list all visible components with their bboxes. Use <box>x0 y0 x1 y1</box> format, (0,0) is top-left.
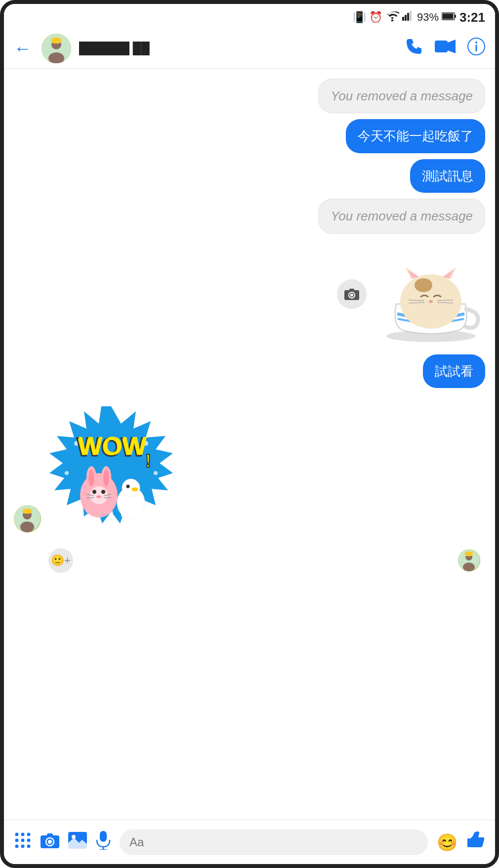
message-bubble-6: 試試看 <box>423 354 485 388</box>
reaction-row: 🙂+ <box>14 548 485 578</box>
svg-rect-3 <box>407 13 409 21</box>
svg-line-28 <box>409 300 424 301</box>
message-bubble-3: 測試訊息 <box>410 159 485 193</box>
message-row-6: 試試看 <box>14 354 485 388</box>
svg-line-29 <box>409 303 424 303</box>
bottom-bar: 😊 <box>4 820 495 864</box>
svg-text:WOW: WOW <box>79 432 148 460</box>
status-icons: 📳 ⏰ 93% <box>353 10 457 24</box>
message-row-1: You removed a message <box>14 79 485 113</box>
svg-point-76 <box>15 832 19 836</box>
svg-point-61 <box>85 506 97 514</box>
cat-sticker <box>376 245 485 344</box>
svg-rect-11 <box>51 38 61 43</box>
message-row-2: 今天不能一起吃飯了 <box>14 119 485 153</box>
message-row-7: WOW WOW ! <box>14 394 485 542</box>
phone-call-button[interactable] <box>405 38 423 59</box>
removed-message-1: You removed a message <box>318 79 485 113</box>
back-button[interactable]: ← <box>14 38 32 59</box>
vibrate-icon: 📳 <box>353 11 366 24</box>
message-row-4: You removed a message <box>14 199 485 233</box>
svg-line-30 <box>437 300 453 301</box>
svg-rect-7 <box>455 15 456 18</box>
like-button[interactable] <box>466 830 485 854</box>
svg-point-78 <box>27 832 31 836</box>
svg-point-73 <box>15 838 19 842</box>
svg-rect-92 <box>467 838 470 847</box>
svg-point-19 <box>350 294 353 297</box>
svg-rect-1 <box>402 17 404 21</box>
info-button[interactable] <box>467 38 485 59</box>
svg-point-56 <box>96 495 101 498</box>
svg-rect-2 <box>405 15 407 21</box>
svg-point-27 <box>429 300 433 303</box>
sender-avatar-small <box>458 549 480 571</box>
svg-point-81 <box>27 844 31 848</box>
svg-point-66 <box>131 487 138 491</box>
chat-area: You removed a message 今天不能一起吃飯了 測試訊息 You… <box>4 69 495 820</box>
svg-point-0 <box>391 20 393 22</box>
nav-actions <box>405 38 485 59</box>
svg-point-87 <box>72 835 76 839</box>
svg-rect-15 <box>476 44 477 51</box>
svg-point-84 <box>48 840 52 844</box>
svg-line-31 <box>437 303 453 303</box>
svg-point-80 <box>21 844 25 848</box>
alarm-icon: ⏰ <box>369 11 382 24</box>
svg-point-77 <box>21 832 25 836</box>
status-bar: 📳 ⏰ 93% 3:21 <box>4 4 495 29</box>
svg-point-16 <box>475 42 477 43</box>
svg-point-74 <box>21 838 25 842</box>
menu-dots-button[interactable] <box>14 831 32 853</box>
svg-point-62 <box>100 506 112 514</box>
svg-rect-6 <box>442 14 453 19</box>
status-time: 3:21 <box>459 10 485 25</box>
contact-avatar-small <box>14 505 41 532</box>
svg-rect-20 <box>349 289 354 291</box>
svg-text:!: ! <box>145 451 151 471</box>
svg-rect-72 <box>465 552 473 556</box>
camera-inline-button[interactable] <box>337 279 367 309</box>
svg-point-65 <box>126 484 130 488</box>
svg-point-71 <box>463 563 475 571</box>
svg-point-79 <box>15 844 19 848</box>
svg-point-40 <box>65 471 69 475</box>
mic-button[interactable] <box>96 831 111 854</box>
svg-point-52 <box>103 470 109 486</box>
camera-button[interactable] <box>41 832 59 852</box>
contact-avatar <box>42 34 71 63</box>
svg-point-35 <box>20 521 34 532</box>
removed-message-2: You removed a message <box>318 199 485 233</box>
message-row-3: 測試訊息 <box>14 159 485 193</box>
svg-rect-85 <box>47 833 53 836</box>
message-bubble-2: 今天不能一起吃飯了 <box>346 119 485 153</box>
svg-rect-12 <box>435 41 448 52</box>
message-input[interactable] <box>120 829 428 855</box>
nav-bar: ← ██████ ██ <box>4 29 495 69</box>
battery-percent: 93% <box>417 11 439 24</box>
svg-point-41 <box>154 471 158 475</box>
svg-rect-89 <box>100 831 107 842</box>
video-call-button[interactable] <box>435 39 456 58</box>
svg-point-55 <box>101 490 105 494</box>
signal-icon <box>402 11 414 24</box>
svg-point-54 <box>92 490 96 494</box>
svg-point-32 <box>415 278 432 292</box>
battery-icon <box>442 11 457 24</box>
svg-marker-13 <box>448 40 456 53</box>
emoji-button[interactable]: 😊 <box>437 832 457 852</box>
message-row-5 <box>14 240 485 348</box>
add-reaction-button[interactable]: 🙂+ <box>48 548 73 573</box>
svg-rect-4 <box>410 11 412 21</box>
wifi-icon <box>385 10 399 24</box>
phone-frame: 📳 ⏰ 93% 3:21 ← <box>0 0 499 868</box>
svg-point-67 <box>121 512 131 518</box>
wow-sticker: WOW WOW ! <box>47 404 175 532</box>
svg-point-68 <box>131 512 141 518</box>
image-button[interactable] <box>68 832 87 853</box>
contact-name: ██████ ██ <box>79 42 397 55</box>
svg-rect-36 <box>23 509 32 514</box>
svg-point-75 <box>27 838 31 842</box>
svg-point-51 <box>88 470 94 486</box>
